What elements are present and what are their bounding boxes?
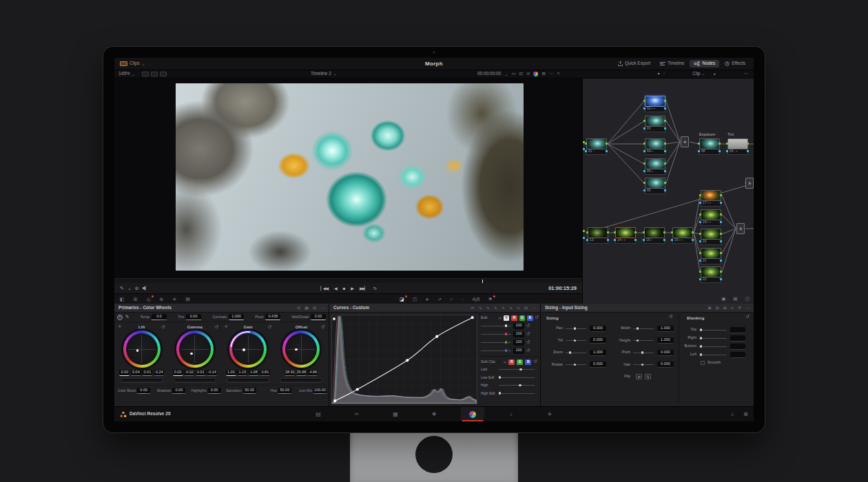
rgb-port-dot[interactable] <box>643 100 645 102</box>
wheel-mode-icon[interactable]: ✳ <box>118 325 122 329</box>
hue-vs-hue-icon[interactable]: ∿ <box>479 306 482 310</box>
key-port-dot[interactable] <box>699 221 701 223</box>
gain-value-2[interactable]: 1.08 <box>249 370 259 376</box>
key-port-dot[interactable] <box>671 239 673 241</box>
image-wipe-icon[interactable]: ⊞ <box>134 297 138 302</box>
gamma-master-wheel[interactable] <box>174 378 216 383</box>
highlight-icon[interactable]: ◪ <box>400 297 404 302</box>
reset-icon[interactable]: ↺ <box>268 325 271 330</box>
reset-icon[interactable]: ↺ <box>526 324 530 328</box>
key-port-dot[interactable] <box>664 170 666 172</box>
custom-curve-icon[interactable]: ▭ <box>471 306 475 310</box>
key-port-dot[interactable] <box>720 202 722 204</box>
rgb-port-dot[interactable] <box>585 143 587 145</box>
home-icon[interactable]: ⌂ <box>731 412 734 417</box>
corrector-node-21[interactable]: 21 <box>701 248 721 264</box>
key-port-dot[interactable] <box>586 239 588 241</box>
rgb-port-dot[interactable] <box>643 143 645 145</box>
rgb-port-dot[interactable] <box>607 231 609 233</box>
gain-value-0[interactable]: 1.00 <box>226 370 236 376</box>
reset-icon[interactable]: ↺ <box>321 325 324 330</box>
page-media-button[interactable]: ▤ <box>307 407 330 421</box>
gamma-color-wheel[interactable] <box>176 331 214 368</box>
slider-track[interactable] <box>633 353 654 353</box>
curve-graph[interactable] <box>331 315 477 404</box>
key-port-dot[interactable] <box>726 150 728 152</box>
key-port-dot[interactable] <box>606 150 608 152</box>
reset-icon[interactable]: ↺ <box>526 340 530 345</box>
slider-knob[interactable] <box>637 339 639 342</box>
key-port-dot[interactable] <box>699 202 701 204</box>
softclip-r-button[interactable]: R <box>508 359 515 365</box>
gamma-value-2[interactable]: 0.02 <box>196 370 206 376</box>
slider-track[interactable] <box>481 342 511 343</box>
source-fx-dot[interactable] <box>583 148 585 150</box>
offset-value-2[interactable]: -4.66 <box>307 370 318 376</box>
key-port-dot[interactable] <box>699 240 701 242</box>
middetail-value[interactable]: 0.00 <box>311 314 326 320</box>
expand-icon[interactable]: ⊞ <box>541 72 545 76</box>
key-port-dot[interactable] <box>614 239 616 241</box>
quick-export-button[interactable]: Quick Export <box>614 60 654 67</box>
more-icon[interactable]: ⋯ <box>549 72 554 76</box>
node-settings-dot[interactable]: ● <box>713 72 715 76</box>
slider-knob[interactable] <box>505 341 508 344</box>
slider-knob[interactable] <box>505 349 508 352</box>
source-output-dot[interactable] <box>583 230 585 232</box>
slider-knob[interactable] <box>700 328 703 331</box>
key-port-dot[interactable] <box>643 150 645 152</box>
gallery-icon[interactable]: ▣ <box>721 297 725 302</box>
camera-icon[interactable]: ⊡ <box>519 72 523 76</box>
rgb-port-dot[interactable] <box>720 271 722 273</box>
page-deliver-button[interactable]: ✈ <box>538 407 561 421</box>
page-fusion-button[interactable]: ❖ <box>422 407 446 421</box>
more-icon[interactable]: ⋯ <box>745 306 750 310</box>
source-timecode[interactable]: 00:00:00:00 <box>477 72 501 76</box>
loop-button[interactable]: ↻ <box>373 286 376 291</box>
key-port-dot[interactable] <box>720 260 722 262</box>
crop-icon[interactable]: ⊞ <box>708 306 712 310</box>
viewer-layout-grid-button[interactable] <box>160 72 167 76</box>
slider-knob[interactable] <box>700 353 703 356</box>
source-output-dot[interactable] <box>583 141 585 143</box>
viewer-scrub-bar[interactable] <box>114 278 582 283</box>
nodes-button[interactable]: Nodes <box>690 60 719 67</box>
cursor-icon[interactable]: ↖ <box>557 72 560 76</box>
slider-knob[interactable] <box>499 392 502 395</box>
rgb-port-dot[interactable] <box>586 231 588 233</box>
wipe-compare-icon[interactable]: ◫ <box>413 297 417 302</box>
reset-icon[interactable]: ↺ <box>526 332 530 337</box>
gain-master-wheel[interactable] <box>227 378 269 383</box>
outline-b-icon[interactable]: ◌ <box>461 297 464 302</box>
offset-color-wheel[interactable] <box>282 331 320 368</box>
key-port-dot[interactable] <box>720 221 722 223</box>
node-graph-panel[interactable]: ▣▤ⓘ 01 ◦02 ▪ ▪0304 ▪05 ▪06≣Exposure08Tin… <box>582 78 754 304</box>
color-wheel-icon[interactable] <box>533 72 538 76</box>
stop-button[interactable]: ■ <box>343 286 345 291</box>
rgb-port-dot[interactable] <box>643 182 645 184</box>
flip-horizontal-icon[interactable]: ⇄ <box>636 374 642 379</box>
lift-value-2[interactable]: 0.01 <box>142 370 152 376</box>
slider-knob[interactable] <box>505 324 508 327</box>
slider-knob[interactable] <box>519 384 521 387</box>
key-port-dot[interactable] <box>663 239 665 241</box>
page-cut-button[interactable]: ✂ <box>345 407 369 421</box>
frame-icon[interactable]: ⊡ <box>716 306 719 310</box>
smooth-checkbox[interactable] <box>701 361 705 365</box>
wheel-indicator-dot[interactable] <box>190 353 193 355</box>
link-icon[interactable]: ∞ <box>504 360 506 364</box>
temp-value[interactable]: 0.0 <box>152 314 167 320</box>
flag-icon[interactable]: ⚑ <box>488 297 493 302</box>
slider-track[interactable] <box>699 355 727 355</box>
width-value[interactable]: 1.000 <box>657 326 674 332</box>
hue-vs-sat-icon[interactable]: ∿ <box>486 306 490 310</box>
corrector-node-14[interactable]: 14 ▪ ▪ <box>615 227 636 244</box>
reset-icon[interactable]: ↺ <box>526 348 530 353</box>
bars-mode-icon[interactable]: ▤ <box>304 306 309 310</box>
bypass-icon[interactable]: ⊘ <box>526 72 530 76</box>
fit-icon[interactable]: ⊟ <box>723 306 727 310</box>
pan-value[interactable]: 0.000 <box>590 326 606 332</box>
height-value[interactable]: 1.000 <box>657 337 674 344</box>
rgb-port-dot[interactable] <box>720 252 722 254</box>
corrector-node-19[interactable]: 19 ▪ ▪ <box>701 209 721 226</box>
